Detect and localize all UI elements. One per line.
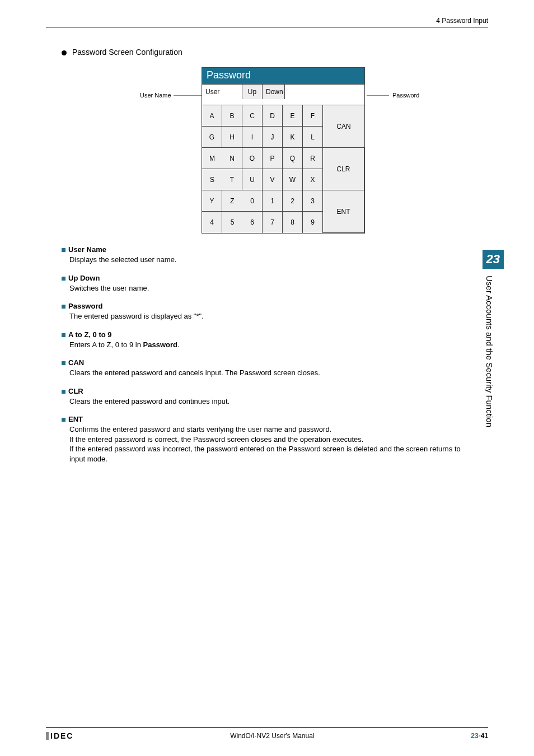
up-button[interactable]: Up [242, 85, 263, 99]
footer-rule [46, 727, 488, 728]
section-title: Password Screen Configuration [72, 48, 182, 57]
leader-password-label: Password [392, 92, 419, 99]
key-V[interactable]: V [263, 169, 283, 190]
key-K[interactable]: K [283, 127, 303, 148]
leader-line-icon [367, 95, 389, 96]
key-T[interactable]: T [222, 169, 242, 190]
down-button[interactable]: Down [263, 85, 285, 99]
chapter-tab: 23 User Accounts and the Security Functi… [483, 250, 504, 427]
desc-title: ENT [68, 415, 83, 423]
desc-text: Enters A to Z, 0 to 9 in [69, 340, 143, 349]
desc-title: CAN [68, 358, 84, 367]
key-8[interactable]: 8 [283, 212, 303, 233]
key-9[interactable]: 9 [303, 212, 323, 233]
key-L[interactable]: L [303, 127, 323, 148]
desc-ent: ENT Confirms the entered password and st… [62, 415, 467, 464]
key-G[interactable]: G [202, 127, 222, 148]
key-O[interactable]: O [242, 148, 263, 169]
square-bullet-icon [62, 333, 65, 337]
brand-text: IDEC [50, 731, 73, 740]
key-4[interactable]: 4 [202, 212, 222, 233]
can-button[interactable]: CAN [323, 105, 364, 148]
key-M[interactable]: M [202, 148, 222, 169]
panel-title: Password [202, 68, 364, 84]
square-bullet-icon [62, 361, 65, 365]
desc-body: Clears the entered password and continue… [62, 396, 467, 407]
key-7[interactable]: 7 [263, 212, 283, 233]
desc-body: Clears the entered password and cancels … [62, 368, 467, 378]
square-bullet-icon [62, 305, 65, 309]
key-2[interactable]: 2 [283, 190, 303, 212]
key-Y[interactable]: Y [202, 190, 222, 212]
desc-title: User Name [68, 245, 106, 254]
square-bullet-icon [62, 277, 65, 281]
desc-text: . [177, 340, 180, 349]
key-5[interactable]: 5 [222, 212, 242, 233]
leader-line-icon [174, 95, 204, 96]
desc-az09: A to Z, 0 to 9 Enters A to Z, 0 to 9 in … [62, 330, 467, 350]
key-6[interactable]: 6 [242, 212, 263, 233]
key-B[interactable]: B [222, 105, 242, 127]
chapter-number: 23 [483, 250, 504, 269]
key-Q[interactable]: Q [283, 148, 303, 169]
leader-password: Password [367, 92, 419, 99]
key-1[interactable]: 1 [263, 190, 283, 212]
desc-body: Confirms the entered password and starts… [62, 424, 467, 464]
leader-username: User Name [140, 92, 204, 99]
key-A[interactable]: A [202, 105, 222, 127]
key-E[interactable]: E [283, 105, 303, 127]
square-bullet-icon [62, 390, 65, 394]
key-W[interactable]: W [283, 169, 303, 190]
bullet-icon [62, 50, 67, 55]
section-heading: Password Screen Configuration [62, 48, 182, 57]
key-X[interactable]: X [303, 169, 323, 190]
desc-title: Password [68, 302, 102, 310]
desc-updown: Up Down Switches the user name. [62, 274, 467, 293]
key-U[interactable]: U [242, 169, 263, 190]
leader-username-label: User Name [140, 92, 171, 99]
desc-bold: Password [143, 340, 177, 349]
key-I[interactable]: I [242, 127, 263, 148]
desc-line: Confirms the entered password and starts… [69, 424, 467, 435]
desc-password: Password The entered password is display… [62, 302, 467, 321]
keypad: A B C D E F CAN G H I J K L M N O P Q R … [202, 105, 364, 233]
desc-body: Displays the selected user name. [62, 255, 467, 265]
key-F[interactable]: F [303, 105, 323, 127]
chapter-title: User Accounts and the Security Function [483, 269, 494, 427]
ent-button[interactable]: ENT [323, 190, 364, 233]
key-H[interactable]: H [222, 127, 242, 148]
key-Z[interactable]: Z [222, 190, 242, 212]
manual-title: WindO/I-NV2 User's Manual [230, 732, 314, 740]
key-P[interactable]: P [263, 148, 283, 169]
key-N[interactable]: N [222, 148, 242, 169]
square-bullet-icon [62, 248, 65, 252]
user-name-field: User [202, 85, 242, 99]
desc-body: Switches the user name. [62, 283, 467, 293]
desc-title: CLR [68, 387, 83, 395]
desc-body: Enters A to Z, 0 to 9 in Password. [62, 340, 467, 350]
brand-bar-icon [46, 732, 49, 740]
desc-title: Up Down [68, 274, 100, 282]
key-R[interactable]: R [303, 148, 323, 169]
desc-title: A to Z, 0 to 9 [68, 330, 112, 339]
brand-logo: IDEC [46, 731, 73, 740]
page-num: 41 [481, 732, 488, 740]
desc-line: If the entered password was incorrect, t… [69, 444, 467, 464]
password-field [285, 85, 364, 99]
page-prefix: 23- [471, 732, 480, 740]
header-breadcrumb: 4 Password Input [436, 17, 488, 25]
square-bullet-icon [62, 418, 65, 422]
desc-clr: CLR Clears the entered password and cont… [62, 387, 467, 407]
key-C[interactable]: C [242, 105, 263, 127]
desc-username: User Name Displays the selected user nam… [62, 245, 467, 265]
header-rule [46, 27, 488, 27]
desc-can: CAN Clears the entered password and canc… [62, 358, 467, 378]
key-0[interactable]: 0 [242, 190, 263, 212]
desc-body: The entered password is displayed as "*"… [62, 311, 467, 321]
key-J[interactable]: J [263, 127, 283, 148]
clr-button[interactable]: CLR [323, 148, 364, 190]
user-row: User Up Down [202, 84, 364, 99]
key-3[interactable]: 3 [303, 190, 323, 212]
key-S[interactable]: S [202, 169, 222, 190]
key-D[interactable]: D [263, 105, 283, 127]
